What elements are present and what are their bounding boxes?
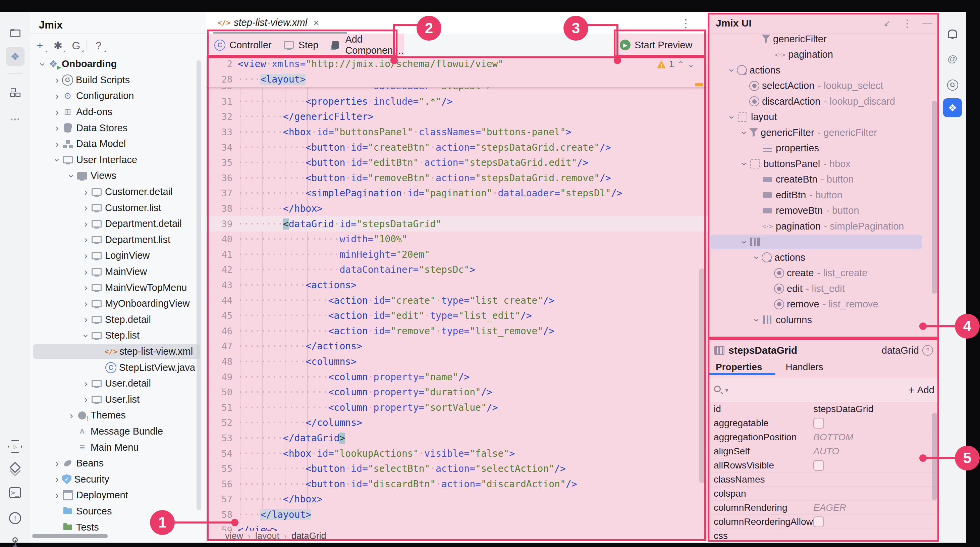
property-row-allRowsVisible[interactable]: allRowsVisible: [708, 458, 939, 472]
chevron-expanded-icon[interactable]: ›: [739, 159, 750, 169]
editor-scrollbar[interactable]: [699, 268, 705, 483]
chevron-expanded-icon[interactable]: ›: [727, 112, 738, 122]
project-tree-item-build-scripts[interactable]: ›GBuild Scripts: [30, 72, 206, 88]
code-line-51[interactable]: 51················<column·property="sort…: [206, 400, 708, 415]
tab-handlers[interactable]: Handlers: [786, 362, 823, 373]
services-icon[interactable]: [6, 458, 24, 477]
code-line-54[interactable]: 54········<hbox·id="lookupActions"·visib…: [206, 446, 708, 461]
ui-tree-item-buttonsPanel[interactable]: ›buttonsPanel- hbox: [708, 156, 939, 172]
code-line-52[interactable]: 52············</columns>: [206, 415, 708, 431]
ui-tree-item-remove[interactable]: remove- list_remove: [708, 297, 939, 313]
chevron-collapsed-icon[interactable]: ›: [52, 106, 62, 118]
project-tree-item-sources[interactable]: Sources: [30, 503, 206, 520]
run-icon[interactable]: ▷: [6, 437, 24, 456]
chevron-collapsed-icon[interactable]: ›: [81, 250, 91, 262]
chevron-collapsed-icon[interactable]: ›: [81, 282, 91, 293]
project-tree-item-configuration[interactable]: ›⊙Configuration: [30, 88, 206, 104]
chevron-collapsed-icon[interactable]: ›: [52, 474, 62, 485]
code-line-59[interactable]: 59</view>: [206, 522, 708, 531]
chevron-expanded-icon[interactable]: ›: [739, 237, 750, 247]
ui-tree-item-create[interactable]: create- list_create: [708, 265, 939, 281]
problems-icon[interactable]: !: [6, 509, 24, 528]
code-line-40[interactable]: 40··················width="100%": [206, 231, 708, 247]
code-line-33[interactable]: 33········<hbox·id="buttonsPanel"·classN…: [206, 124, 708, 140]
project-tree-item-deployment[interactable]: ›Deployment: [30, 487, 206, 503]
code-line-2[interactable]: 2<view·xmlns="http://jmix.io/schema/flow…: [206, 56, 708, 72]
project-tree-item-user-detail[interactable]: ›User.detail: [30, 376, 206, 392]
code-line-47[interactable]: 47············</actions>: [206, 339, 708, 354]
code-line-49[interactable]: 49················<column·property="name…: [206, 369, 708, 384]
code-line-55[interactable]: 55············<button·id="selectBtn"·act…: [206, 461, 708, 477]
property-value[interactable]: AUTO: [813, 446, 839, 457]
chevron-collapsed-icon[interactable]: ›: [81, 202, 91, 214]
editor-options-kebab-icon[interactable]: ⋮: [680, 16, 692, 30]
property-row-aggregatable[interactable]: aggregatable: [708, 416, 939, 430]
project-tree-item-department-list[interactable]: ›Department.list: [30, 232, 206, 248]
checkbox[interactable]: [813, 460, 824, 471]
code-line-43[interactable]: 43············<actions>: [206, 277, 708, 293]
project-folder-icon[interactable]: [6, 24, 24, 43]
chevron-collapsed-icon[interactable]: ›: [81, 234, 91, 245]
chevron-collapsed-icon[interactable]: ›: [52, 458, 62, 469]
project-tree-item-step-list-view-xml[interactable]: </>step-list-view.xml: [30, 344, 206, 360]
ui-tree-item-layout[interactable]: ›layout: [708, 109, 939, 125]
chevron-collapsed-icon[interactable]: ›: [52, 122, 62, 134]
chevron-collapsed-icon[interactable]: ›: [67, 410, 76, 421]
code-line-32[interactable]: 32········</genericFilter>: [206, 109, 708, 124]
start-preview-button[interactable]: ▶ Start Preview: [620, 40, 692, 51]
property-row-aggregationPosition[interactable]: aggregationPositionBOTTOM: [708, 430, 939, 444]
ui-tree-item-selectAction[interactable]: selectAction- lookup_select: [708, 78, 939, 94]
ui-tree-item-createBtn[interactable]: createBtn- button: [708, 172, 939, 188]
code-line-58[interactable]: 58····</layout>: [206, 507, 708, 523]
code-line-34[interactable]: 34············<button·id="createBtn"·act…: [206, 140, 708, 155]
hierarchy-scrollbar[interactable]: [932, 100, 937, 293]
tab-step-list-view[interactable]: </> step-list-view.xml ×: [213, 12, 325, 33]
code-line-36[interactable]: 36············<button·id="removeBtn"·act…: [206, 171, 708, 186]
chevron-expanded-icon[interactable]: ›: [751, 253, 763, 263]
project-tree-item-data-stores[interactable]: ›Data Stores: [30, 120, 206, 136]
ui-tree-item-columns[interactable]: ›columns: [708, 312, 939, 328]
project-tree-item-department-detail[interactable]: ›Department.detail: [30, 216, 206, 232]
code-line-38[interactable]: 38········</hbox>: [206, 201, 708, 217]
step-button[interactable]: Step: [283, 39, 319, 51]
chevron-collapsed-icon[interactable]: ›: [81, 394, 91, 405]
code-editor[interactable]: 30························dataLoader="st…: [206, 56, 708, 531]
breadcrumb-item-view[interactable]: view: [225, 531, 243, 541]
project-tree-item-onboarding[interactable]: ›❖Onboarding: [30, 56, 206, 72]
chevron-collapsed-icon[interactable]: ›: [52, 90, 62, 102]
ai-assistant-icon[interactable]: @: [943, 49, 962, 68]
code-line-44[interactable]: 44················<action·id="create"·ty…: [206, 293, 708, 308]
chevron-expanded-icon[interactable]: ›: [52, 155, 63, 165]
breadcrumb-item-layout[interactable]: layout: [255, 531, 279, 541]
search-icon[interactable]: [713, 384, 724, 395]
chevron-collapsed-icon[interactable]: ›: [81, 378, 91, 389]
code-line-28[interactable]: 28····<layout>: [206, 72, 708, 87]
project-horizontal-scrollbar[interactable]: [32, 534, 108, 538]
project-tree-item-data-model[interactable]: ›Data Model: [30, 136, 206, 152]
property-row-id[interactable]: idstepsDataGrid: [708, 402, 939, 416]
property-value[interactable]: EAGER: [813, 502, 846, 513]
checkbox[interactable]: [813, 418, 824, 429]
property-row-columnReorderingAllowed[interactable]: columnReorderingAllowed: [708, 515, 939, 529]
project-tree-item-themes[interactable]: ›Themes: [30, 407, 206, 424]
checkbox[interactable]: [813, 517, 824, 527]
code-line-42[interactable]: 42··················dataContainer="steps…: [206, 262, 708, 277]
gradle-icon[interactable]: G: [943, 75, 962, 94]
inspections-widget[interactable]: !1⌃⌄: [657, 59, 694, 69]
code-line-41[interactable]: 41··················minHeight="20em": [206, 247, 708, 262]
code-line-35[interactable]: 35············<button·id="editBtn"·actio…: [206, 155, 708, 171]
code-line-46[interactable]: 46················<action·id="remove"·ty…: [206, 324, 708, 339]
add-property-button[interactable]: +Add: [908, 384, 934, 396]
property-row-colspan[interactable]: colspan: [708, 486, 939, 501]
chevron-expanded-icon[interactable]: ›: [727, 65, 738, 75]
chevron-collapsed-icon[interactable]: ›: [52, 138, 62, 150]
ui-tree-item-properties[interactable]: properties: [708, 140, 939, 156]
minimize-panel-icon[interactable]: —: [922, 18, 933, 29]
settings-button[interactable]: ✱: [52, 39, 64, 52]
property-row-classNames[interactable]: classNames: [708, 472, 939, 486]
code-line-31[interactable]: 31············<properties·include=".*"/>: [206, 94, 708, 109]
tab-properties[interactable]: Properties: [716, 362, 762, 373]
controller-button[interactable]: C Controller: [214, 40, 272, 51]
project-vertical-scrollbar[interactable]: [197, 61, 201, 510]
add-button[interactable]: +: [33, 39, 46, 52]
